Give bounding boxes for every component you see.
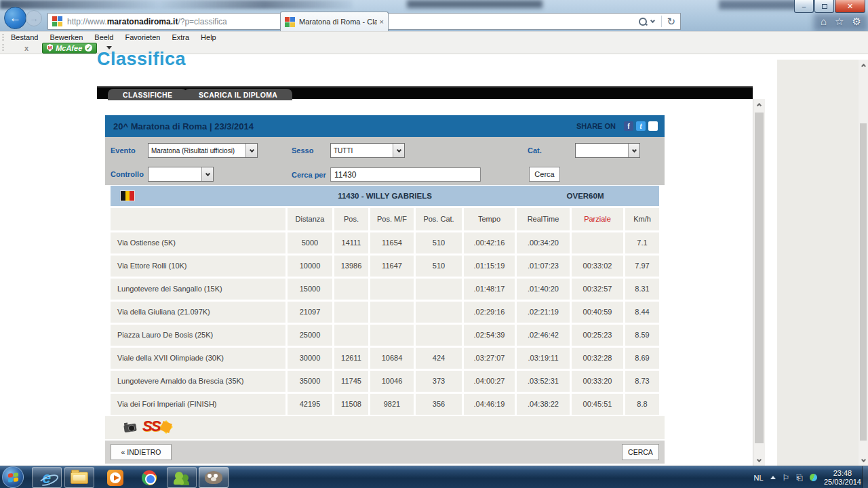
cell-pos: [334, 302, 370, 323]
cell-distanza: 10000: [288, 256, 334, 277]
taskbar-explorer-button[interactable]: [64, 467, 94, 488]
footer-cerca-button[interactable]: CERCA: [622, 444, 659, 460]
taskbar-messenger-button[interactable]: [167, 467, 197, 488]
cell-pos-cat: 510: [416, 232, 464, 253]
check-icon: ✓: [85, 44, 92, 52]
cell-tempo: .02:29:16: [464, 302, 517, 323]
toolbar-grip: [2, 33, 4, 41]
evento-select[interactable]: Maratona (Risultati ufficiosi): [148, 143, 258, 158]
results-table: 11430 - WILLY GABRIELS OVER60M Distanza …: [111, 186, 659, 417]
photo-service-logo[interactable]: SS: [142, 418, 174, 436]
taskbar-clock[interactable]: 23:48 25/03/2014: [824, 469, 861, 487]
home-icon[interactable]: ⌂: [821, 16, 827, 28]
taskbar: e NL ⚐ ⎗ 23:48 25/03/2014: [0, 466, 868, 488]
sesso-select[interactable]: TUTTI: [330, 143, 405, 158]
close-button[interactable]: ✕: [835, 0, 865, 13]
maximize-icon: [822, 4, 827, 9]
scrollbar-thumb[interactable]: [860, 123, 867, 441]
settings-gear-icon[interactable]: ⚙: [852, 16, 861, 28]
divider: [661, 16, 662, 27]
taskbar-media-player-button[interactable]: [100, 467, 130, 488]
menu-help[interactable]: Help: [201, 33, 216, 41]
browser-quick-icons: ⌂ ☆ ⚙: [821, 16, 861, 28]
cell-location: Piazza Lauro De Bosis (25K): [111, 325, 288, 346]
menu-beeld[interactable]: Beeld: [94, 33, 113, 41]
camera-icon[interactable]: [123, 424, 136, 432]
favorites-star-icon[interactable]: ☆: [835, 16, 844, 28]
site-favicon: [52, 16, 62, 26]
scrollbar-thumb[interactable]: [755, 113, 764, 443]
cat-select[interactable]: [575, 143, 640, 158]
scroll-down-icon[interactable]: [753, 455, 765, 466]
maximize-button[interactable]: [814, 0, 834, 13]
cell-distanza: 21097: [288, 302, 334, 323]
cell-pos: 14111: [334, 232, 370, 253]
cell-kmh: 8.44: [625, 302, 659, 323]
browser-tab[interactable]: Maratona di Roma - Classifi... ×: [280, 12, 389, 31]
google-plus-icon[interactable]: [648, 121, 658, 131]
back-button[interactable]: ←: [4, 7, 26, 29]
scroll-up-icon[interactable]: [859, 60, 868, 70]
twitter-icon[interactable]: t: [636, 121, 646, 131]
indietro-button[interactable]: « INDIETRO: [111, 444, 172, 460]
chevron-down-icon[interactable]: [650, 18, 655, 23]
menu-bewerken[interactable]: Bewerken: [50, 33, 83, 41]
toolbar-close-icon[interactable]: x: [24, 44, 28, 52]
system-tray: NL ⚐ ⎗ 23:48 25/03/2014: [754, 466, 862, 488]
tab-close-icon[interactable]: ×: [380, 18, 384, 26]
window-controls: – ✕: [793, 0, 865, 13]
hidden-icons-caret[interactable]: [770, 476, 776, 479]
dropdown-button[interactable]: [628, 144, 639, 157]
dropdown-button[interactable]: [201, 167, 213, 181]
controllo-select[interactable]: [148, 167, 214, 182]
search-icon[interactable]: [638, 17, 648, 26]
cell-location: Via della Giuliana (21.097K): [111, 302, 288, 323]
forward-button[interactable]: →: [26, 10, 42, 26]
facebook-icon[interactable]: f: [624, 121, 633, 131]
cell-kmh: 8.31: [625, 279, 659, 300]
cell-pos: 12611: [334, 348, 370, 369]
dropdown-button[interactable]: [245, 144, 257, 157]
taskbar-chrome-button[interactable]: [134, 467, 164, 488]
tab-classifiche[interactable]: CLASSIFICHE: [108, 89, 187, 100]
cell-realtime: .03:52:31: [517, 371, 572, 392]
mcafee-shield-icon: M: [47, 44, 53, 52]
cell-pos: [334, 279, 370, 300]
menu-bestand[interactable]: Bestand: [11, 33, 38, 41]
menu-favorieten[interactable]: Favorieten: [125, 33, 160, 41]
mcafee-button[interactable]: M McAfee ✓: [42, 43, 97, 54]
browser-scrollbar[interactable]: [859, 60, 868, 466]
cell-tempo: .01:15:19: [464, 256, 517, 277]
scroll-up-icon[interactable]: [753, 99, 765, 110]
show-desktop-button[interactable]: [862, 466, 868, 488]
network-plug-icon[interactable]: ⎗: [796, 473, 803, 483]
taskbar-gimp-button[interactable]: [199, 467, 229, 488]
tab-scarica-diploma[interactable]: SCARICA IL DIPLOMA: [184, 89, 292, 100]
taskbar-ie-button[interactable]: e: [32, 467, 62, 488]
cell-realtime: .04:38:22: [517, 394, 572, 415]
language-indicator[interactable]: NL: [754, 474, 764, 482]
cell-realtime: .01:07:23: [517, 256, 572, 277]
safely-remove-icon[interactable]: [808, 472, 818, 483]
cell-pos-mf: [370, 325, 416, 346]
cat-label: Cat.: [528, 146, 542, 155]
cell-kmh: 8.69: [625, 348, 659, 369]
cell-realtime: .00:34:20: [517, 232, 572, 253]
start-button[interactable]: [2, 466, 24, 488]
scroll-down-icon[interactable]: [859, 455, 868, 466]
refresh-icon[interactable]: ↻: [667, 16, 675, 26]
frame-scrollbar[interactable]: [753, 99, 765, 466]
dropdown-button[interactable]: [393, 144, 404, 157]
action-center-flag-icon[interactable]: ⚐: [783, 473, 790, 483]
table-row: Viale della XVII Olimpiade (30K) 30000 1…: [111, 348, 659, 369]
minimize-button[interactable]: –: [794, 0, 814, 13]
table-row: Lungotevere dei Sangallo (15K) 15000 .01…: [111, 279, 659, 300]
cell-pos: [334, 325, 370, 346]
cell-tempo: .04:46:19: [464, 394, 517, 415]
table-row: Via Ostiense (5K) 5000 14111 11654 510 .…: [111, 232, 659, 253]
search-input[interactable]: [330, 167, 481, 182]
column-header-distanza: Distanza: [288, 208, 334, 230]
menu-extra[interactable]: Extra: [172, 33, 189, 41]
cell-tempo: .02:54:39: [464, 325, 517, 346]
cerca-button[interactable]: Cerca: [529, 167, 560, 182]
